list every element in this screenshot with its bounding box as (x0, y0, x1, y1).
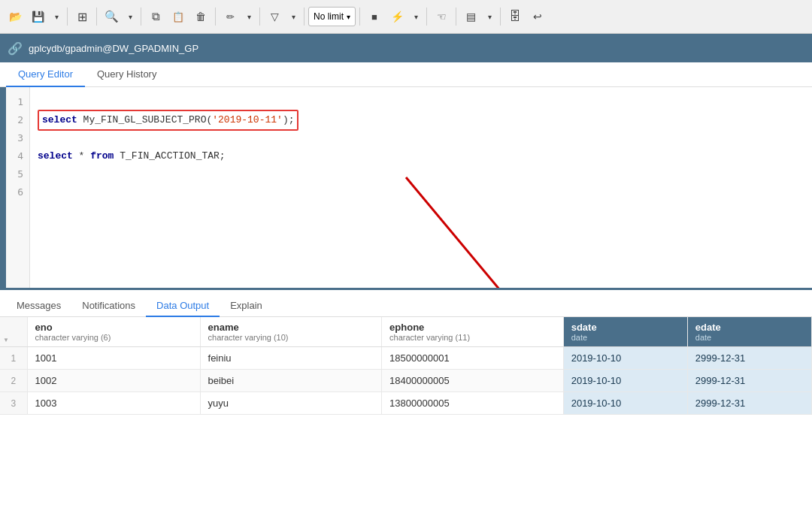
delete-btn[interactable]: 🗑 (190, 6, 211, 27)
editor-tabs: Query Editor Query History (0, 62, 812, 87)
toolbar-dropdown-2[interactable]: ▾ (123, 6, 137, 27)
keyword-from: from (90, 147, 114, 165)
db-btn[interactable]: 🗄 (504, 6, 526, 27)
connection-bar: 🔗 gplcydb/gpadmin@DW_GPADMIN_GP (0, 34, 812, 62)
output-btn[interactable]: ▤ (460, 6, 481, 27)
toolbar-dropdown-1[interactable]: ▾ (50, 6, 63, 27)
col-header-ephone[interactable]: ephone character varying (11) (382, 317, 564, 347)
code-line-6 (38, 183, 812, 201)
save-btn[interactable]: 💾 (27, 6, 48, 27)
col-name-sdate: sdate (571, 322, 597, 333)
divider-3 (141, 8, 141, 26)
table-view-btn[interactable]: ⊞ (71, 6, 92, 27)
limit-dropdown[interactable]: No limit ▾ (308, 7, 356, 26)
cell-sdate: 2019-10-10 (563, 347, 687, 370)
paste-btn[interactable]: 📋 (168, 6, 189, 27)
string-literal: '2019-10-11' (212, 111, 283, 129)
result-table: eno character varying (6) ename characte… (0, 317, 812, 415)
tab-notifications[interactable]: Notifications (71, 295, 146, 317)
col-type-sdate: date (571, 333, 680, 342)
tab-explain[interactable]: Explain (220, 295, 273, 317)
col-header-ename[interactable]: ename character varying (10) (200, 317, 382, 347)
cell-ephone: 18400000005 (382, 370, 564, 392)
hand-btn[interactable]: ☜ (431, 6, 452, 27)
code-line-3 (38, 129, 812, 147)
col-type-ephone: character varying (11) (389, 333, 556, 342)
connection-icon: 🔗 (8, 41, 23, 56)
limit-label: No limit (314, 11, 344, 22)
cell-eno: 1002 (27, 370, 200, 392)
table-row: 1 1001 feiniu 18500000001 2019-10-10 299… (0, 347, 812, 370)
history-btn[interactable]: ↩ (527, 6, 548, 27)
toolbar: 📂 💾 ▾ ⊞ 🔍 ▾ ⧉ 📋 🗑 ✏ ▾ ▽ ▾ No limit ▾ ■ ⚡… (0, 0, 812, 34)
editor-content[interactable]: select My_FIN_GL_SUBJECT_PRO('2019-10-11… (30, 87, 812, 288)
cell-edate: 2999-12-31 (687, 392, 811, 415)
row-num-cell: 2 (0, 370, 27, 392)
table-row: 3 1003 yuyu 13800000005 2019-10-10 2999-… (0, 392, 812, 415)
divider-8 (426, 8, 427, 26)
cell-sdate: 2019-10-10 (563, 392, 687, 415)
table-name: T_FIN_ACCTION_TAR; (114, 147, 225, 165)
cell-sdate: 2019-10-10 (563, 370, 687, 392)
divider-7 (359, 8, 360, 26)
cell-eno: 1001 (27, 347, 200, 370)
row-num-header (0, 317, 27, 347)
toolbar-dropdown-5[interactable]: ▾ (409, 6, 423, 27)
cell-ename: beibei (200, 370, 382, 392)
divider-5 (259, 8, 260, 26)
divider-9 (456, 8, 456, 26)
search-btn[interactable]: 🔍 (101, 6, 122, 27)
edit-btn[interactable]: ✏ (220, 6, 241, 27)
tab-messages[interactable]: Messages (6, 295, 71, 317)
editor-area: 1 2 3 4 5 6 select My_FIN_GL_SUBJECT_PRO… (0, 87, 812, 290)
col-name-eno: eno (35, 322, 53, 333)
row-num-cell: 3 (0, 392, 27, 415)
keyword-select-2: select (38, 147, 73, 165)
divider-1 (67, 8, 68, 26)
function-call: My_FIN_GL_SUBJECT_PRO( (77, 111, 212, 129)
toolbar-dropdown-6[interactable]: ▾ (483, 6, 496, 27)
code-line-1 (38, 93, 812, 111)
tab-query-editor[interactable]: Query Editor (6, 62, 85, 87)
highlighted-statement: select My_FIN_GL_SUBJECT_PRO('2019-10-11… (38, 110, 298, 131)
tab-data-output[interactable]: Data Output (146, 295, 220, 317)
col-name-ename: ename (208, 322, 239, 333)
col-name-ephone: ephone (389, 322, 424, 333)
col-header-eno[interactable]: eno character varying (6) (27, 317, 200, 347)
limit-chevron-icon: ▾ (347, 13, 350, 21)
col-header-sdate[interactable]: sdate date (563, 317, 687, 347)
copy-btn[interactable]: ⧉ (145, 6, 166, 27)
divider-4 (215, 8, 216, 26)
code-line-4: select * from T_FIN_ACCTION_TAR; (38, 147, 812, 165)
cell-ename: yuyu (200, 392, 382, 415)
data-output-table: eno character varying (6) ename characte… (0, 317, 812, 415)
col-type-edate: date (695, 333, 804, 342)
col-header-edate[interactable]: edate date (687, 317, 811, 347)
col-name-edate: edate (695, 322, 721, 333)
cell-ename: feiniu (200, 347, 382, 370)
run-btn[interactable]: ⚡ (386, 6, 408, 27)
left-edge-bar (0, 87, 6, 288)
table-row: 2 1002 beibei 18400000005 2019-10-10 299… (0, 370, 812, 392)
select-star: * (73, 147, 90, 165)
result-tabs: Messages Notifications Data Output Expla… (0, 290, 812, 317)
cell-edate: 2999-12-31 (687, 347, 811, 370)
col-type-ename: character varying (10) (208, 333, 374, 342)
toolbar-dropdown-3[interactable]: ▾ (242, 6, 256, 27)
stop-btn[interactable]: ■ (364, 6, 385, 27)
code-line-5 (38, 165, 812, 183)
cell-ephone: 13800000005 (382, 392, 564, 415)
cell-edate: 2999-12-31 (687, 370, 811, 392)
toolbar-dropdown-4[interactable]: ▾ (286, 6, 300, 27)
cell-eno: 1003 (27, 392, 200, 415)
code-line-2: select My_FIN_GL_SUBJECT_PRO('2019-10-11… (38, 111, 812, 129)
open-file-btn[interactable]: 📂 (5, 6, 26, 27)
bottom-panel: Messages Notifications Data Output Expla… (0, 290, 812, 415)
divider-2 (96, 8, 97, 26)
connection-string: gplcydb/gpadmin@DW_GPADMIN_GP (29, 43, 198, 54)
tab-query-history[interactable]: Query History (85, 62, 168, 87)
cell-ephone: 18500000001 (382, 347, 564, 370)
divider-10 (500, 8, 501, 26)
keyword-select-1: select (42, 111, 77, 129)
filter-btn[interactable]: ▽ (264, 6, 285, 27)
